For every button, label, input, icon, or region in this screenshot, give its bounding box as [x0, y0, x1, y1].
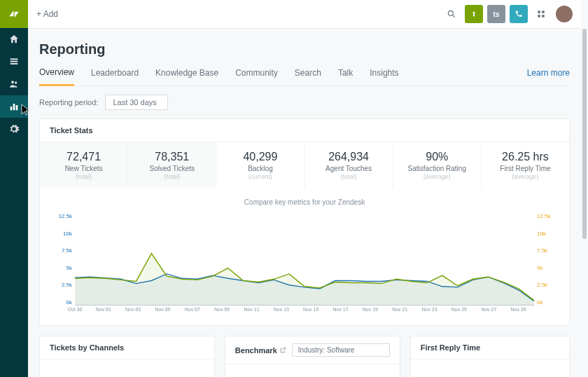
y-axis-right: 12.5k10k7.5k5k2.5k0k	[537, 213, 558, 306]
nav-reporting[interactable]	[0, 95, 28, 118]
svg-rect-7	[16, 105, 18, 110]
app-icon-1[interactable]	[465, 5, 483, 23]
nav-admin[interactable]	[0, 118, 28, 140]
svg-line-9	[453, 15, 455, 18]
frt-title: First Reply Time	[411, 336, 569, 359]
benchmark-body: Satisfaction Rating 90% 97% Average Firs…	[225, 364, 400, 377]
svg-rect-5	[10, 107, 13, 110]
benchmark-title: Benchmark	[235, 346, 277, 355]
tab-search[interactable]: Search	[295, 68, 321, 85]
svg-rect-13	[542, 11, 545, 13]
svg-rect-6	[13, 104, 15, 110]
svg-point-4	[15, 81, 17, 83]
topbar: + Add ts	[28, 0, 581, 29]
bottom-row: Tickets by Channels 6%5%6% Benchmark Sat…	[39, 336, 570, 377]
tab-insights[interactable]: Insights	[370, 68, 398, 85]
svg-rect-11	[473, 14, 475, 17]
period-row: Reporting period: Last 30 days	[39, 95, 570, 110]
chart-area: Compare key metrics for your Zendesk 12.…	[40, 188, 569, 325]
tab-knowledge-base[interactable]: Knowledge Base	[155, 68, 218, 85]
chart-caption: Compare key metrics for your Zendesk	[51, 198, 558, 206]
frt-card: First Reply Time 26.25 hrs Avg. First Re…	[410, 336, 570, 377]
scrollbar-thumb[interactable]	[582, 29, 587, 239]
apps-grid-icon[interactable]	[532, 5, 550, 23]
benchmark-header: Benchmark	[225, 336, 400, 364]
y-axis-left: 12.5k10k7.5k5k2.5k0k	[51, 213, 72, 306]
benchmark-card: Benchmark Satisfaction Rating 90% 97% Av…	[225, 336, 400, 377]
svg-rect-2	[10, 63, 18, 64]
stat-first-reply[interactable]: 26.25 hrs First Reply Time (average)	[482, 142, 569, 188]
line-chart	[75, 213, 534, 306]
stat-agent-touches[interactable]: 264,934 Agent Touches (total)	[305, 142, 393, 188]
svg-point-8	[448, 11, 453, 15]
stat-backlog[interactable]: 40,299 Backlog (current)	[216, 142, 304, 188]
tab-overview[interactable]: Overview	[39, 67, 74, 86]
nav-home[interactable]	[0, 28, 28, 50]
scrollbar[interactable]	[582, 29, 587, 377]
svg-rect-14	[538, 15, 540, 18]
svg-rect-12	[538, 11, 540, 13]
benchmark-industry-select[interactable]	[292, 343, 390, 357]
x-axis: Oct 30Nov 01Nov 03Nov 05Nov 07Nov 09Nov …	[75, 307, 534, 318]
nav-customers[interactable]	[0, 73, 28, 95]
stat-new-tickets[interactable]: 72,471 New Tickets (total)	[40, 142, 128, 188]
external-link-icon	[279, 347, 286, 354]
ticket-stats-card: Ticket Stats 72,471 New Tickets (total) …	[39, 118, 570, 326]
left-sidebar	[0, 0, 28, 377]
period-label: Reporting period:	[39, 98, 98, 107]
stats-row: 72,471 New Tickets (total) 78,351 Solved…	[40, 142, 569, 188]
tab-leaderboard[interactable]: Leaderboard	[91, 68, 139, 85]
learn-more-link[interactable]: Learn more	[527, 68, 570, 85]
svg-rect-1	[10, 61, 18, 62]
svg-point-3	[11, 81, 14, 83]
user-avatar[interactable]	[556, 6, 573, 22]
nav-views[interactable]	[0, 50, 28, 73]
search-icon[interactable]	[442, 5, 461, 23]
channels-card: Tickets by Channels 6%5%6%	[39, 336, 215, 377]
tabs: Overview Leaderboard Knowledge Base Comm…	[39, 67, 570, 86]
zendesk-logo[interactable]	[0, 0, 28, 28]
app-icon-2[interactable]: ts	[487, 5, 505, 23]
phone-icon[interactable]	[510, 5, 528, 23]
period-select[interactable]: Last 30 days	[105, 95, 168, 110]
tab-talk[interactable]: Talk	[338, 68, 353, 85]
svg-point-10	[473, 12, 475, 14]
stat-satisfaction[interactable]: 90% Satisfaction Rating (average)	[393, 142, 482, 188]
ticket-stats-title: Ticket Stats	[40, 119, 569, 142]
chart-wrap: 12.5k10k7.5k5k2.5k0k 12.5k10k7.5k5k2.5k0…	[51, 213, 558, 318]
channels-body: 6%5%6%	[40, 359, 214, 377]
page-content: Reporting Overview Leaderboard Knowledge…	[28, 29, 581, 377]
channels-title: Tickets by Channels	[40, 336, 214, 359]
svg-rect-0	[10, 58, 18, 60]
tab-community[interactable]: Community	[235, 68, 278, 85]
stat-solved-tickets[interactable]: 78,351 Solved Tickets (total)	[128, 142, 216, 188]
page-title: Reporting	[39, 41, 570, 57]
svg-rect-15	[542, 15, 545, 18]
frt-body: 26.25 hrs Avg. First Reply Time 44%	[411, 359, 569, 377]
add-button[interactable]: + Add	[36, 9, 58, 19]
